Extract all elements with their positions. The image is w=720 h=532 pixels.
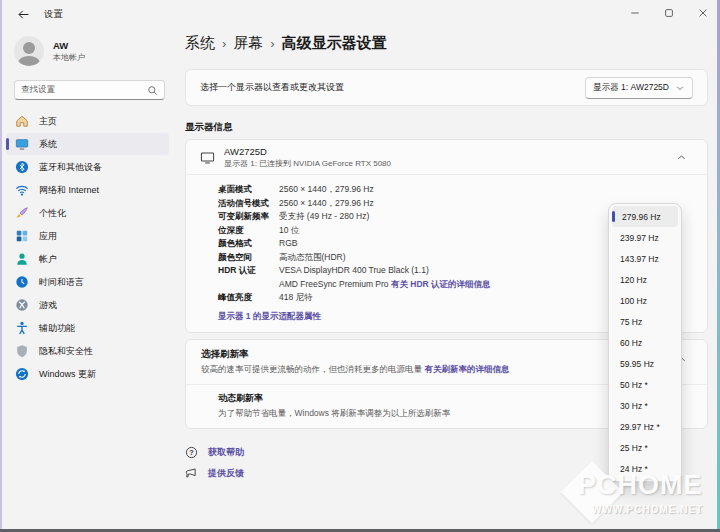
display-connection: 显示器 1: 已连接到 NVIDIA GeForce RTX 5080 [224,158,669,169]
detail-value: 受支持 (49 Hz - 280 Hz) [279,210,369,224]
titlebar: 设置 [0,0,720,28]
hdr-cert-line2: AMD FreeSync Premium Pro [279,279,391,289]
search-placeholder: 查找设置 [21,84,147,96]
user-account-type: 本地帐户 [53,52,85,63]
sidebar-item-label: 个性化 [39,207,66,220]
refresh-option-30[interactable]: 30 Hz * [612,395,678,416]
refresh-option-75[interactable]: 75 Hz [612,311,678,332]
refresh-option-279[interactable]: 279.96 Hz [612,206,678,227]
refresh-option-143[interactable]: 143.97 Hz [612,248,678,269]
detail-label: 位深度 [218,224,279,238]
refresh-option-59[interactable]: 59.95 Hz [612,353,678,374]
detail-value: 10 位 [279,224,299,238]
breadcrumb-separator: › [222,36,226,51]
personalization-icon [15,206,29,220]
detail-label: HDR 认证 [218,264,279,291]
search-icon [147,85,158,96]
refresh-option-label: 24 Hz * [620,464,648,474]
display-selector-label: 选择一个显示器以查看或更改其设置 [200,81,585,94]
chevron-down-icon [675,83,685,93]
feedback-icon [185,467,198,480]
sidebar-item-bluetooth[interactable]: 蓝牙和其他设备 [6,156,169,178]
sidebar-nav: 主页 系统 蓝牙和其他设备 网络和 Internet 个性化 应用 帐户 时间 [2,110,175,385]
sidebar-item-gaming[interactable]: 游戏 [6,294,169,316]
refresh-option-label: 25 Hz * [620,443,648,453]
page-title: 高级显示器设置 [282,34,387,53]
collapse-toggle[interactable] [669,145,693,169]
accessibility-icon [15,321,29,335]
privacy-icon [15,344,29,358]
sidebar-item-label: 辅助功能 [39,322,75,335]
sidebar-item-accounts[interactable]: 帐户 [6,248,169,270]
refresh-rate-info-link[interactable]: 有关刷新率的详细信息 [424,364,509,374]
breadcrumb-display[interactable]: 屏幕 [233,34,263,53]
refresh-option-label: 279.96 Hz [622,212,661,222]
close-icon [697,7,709,19]
maximize-icon [663,7,675,19]
sidebar-item-network[interactable]: 网络和 Internet [6,179,169,201]
display-adapter-link[interactable]: 显示器 1 的显示适配器属性 [218,311,321,323]
refresh-option-label: 239.97 Hz [620,233,659,243]
breadcrumb: 系统 › 屏幕 › 高级显示器设置 [185,30,708,56]
refresh-option-29[interactable]: 29.97 Hz * [612,416,678,437]
sidebar-item-personalization[interactable]: 个性化 [6,202,169,224]
detail-label: 峰值亮度 [218,291,279,305]
refresh-option-120[interactable]: 120 Hz [612,269,678,290]
breadcrumb-system[interactable]: 系统 [185,34,215,53]
sidebar-item-label: 游戏 [39,299,57,312]
refresh-option-label: 29.97 Hz * [620,422,660,432]
detail-label: 可变刷新频率 [218,210,279,224]
refresh-option-50[interactable]: 50 Hz * [612,374,678,395]
sidebar-item-system[interactable]: 系统 [6,133,169,155]
display-selector-card: 选择一个显示器以查看或更改其设置 显示器 1: AW2725D [185,69,708,106]
avatar [14,36,44,66]
detail-row: 桌面模式2560 × 1440，279.96 Hz [218,183,693,197]
sidebar-item-time-language[interactable]: 时间和语言 [6,271,169,293]
sidebar-item-apps[interactable]: 应用 [6,225,169,247]
user-name: AW [53,40,85,51]
display-name: AW2725D [224,146,669,157]
refresh-option-label: 60 Hz [620,338,642,348]
display-select-value: 显示器 1: AW2725D [593,82,669,94]
home-icon [15,114,29,128]
detail-value: RGB [279,237,297,251]
refresh-option-label: 50 Hz * [620,380,648,390]
sidebar-item-accessibility[interactable]: 辅助功能 [6,317,169,339]
sidebar-item-home[interactable]: 主页 [6,110,169,132]
window-controls [618,0,720,28]
close-button[interactable] [686,0,720,26]
maximize-button[interactable] [652,0,686,26]
refresh-rate-texts: 选择刷新率 较高的速率可提供更流畅的动作，但也消耗更多的电源电量 有关刷新率的详… [201,348,669,376]
refresh-option-25[interactable]: 25 Hz * [612,437,678,458]
window-title: 设置 [44,8,63,21]
refresh-rate-title: 选择刷新率 [201,348,669,361]
display-info-header[interactable]: AW2725D 显示器 1: 已连接到 NVIDIA GeForce RTX 5… [186,140,707,174]
refresh-option-239[interactable]: 239.97 Hz [612,227,678,248]
sidebar-item-label: 应用 [39,230,57,243]
sidebar-item-label: 系统 [39,138,57,151]
frame-edge-left [0,0,2,532]
refresh-option-24[interactable]: 24 Hz * [612,458,678,479]
sidebar-item-label: 时间和语言 [39,276,84,289]
refresh-option-label: 100 Hz [620,296,647,306]
hdr-info-link[interactable]: 有关 HDR 认证的详细信息 [391,279,491,289]
sidebar-item-label: Windows 更新 [39,368,96,381]
breadcrumb-separator: › [270,36,274,51]
refresh-option-label: 143.97 Hz [620,254,659,264]
sidebar-item-privacy[interactable]: 隐私和安全性 [6,340,169,362]
back-button[interactable] [8,3,38,25]
refresh-option-label: 30 Hz * [620,401,648,411]
detail-value: VESA DisplayHDR 400 True Black (1.1) AMD… [279,264,491,291]
user-account[interactable]: AW 本地帐户 [2,28,175,72]
display-select-dropdown[interactable]: 显示器 1: AW2725D [585,77,693,99]
search-input[interactable]: 查找设置 [14,80,165,100]
refresh-option-label: 59.95 Hz [620,359,654,369]
refresh-option-60[interactable]: 60 Hz [612,332,678,353]
sidebar: AW 本地帐户 查找设置 主页 系统 蓝牙和其他设备 网络和 Internet … [2,28,175,529]
detail-label: 颜色格式 [218,237,279,251]
sidebar-item-windows-update[interactable]: Windows 更新 [6,363,169,385]
refresh-option-100[interactable]: 100 Hz [612,290,678,311]
network-icon [15,183,29,197]
user-meta: AW 本地帐户 [53,40,85,63]
minimize-button[interactable] [618,0,652,26]
